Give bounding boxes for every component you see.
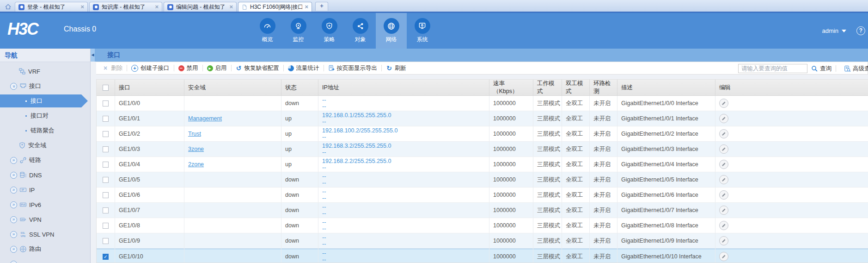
table-row[interactable]: GE1/0/9down----1000000三层模式全双工未开启GigabitE… [97,233,868,249]
new-tab-button[interactable]: + [315,2,328,11]
row-checkbox[interactable] [103,100,109,106]
row-checkbox[interactable] [103,146,109,152]
security-zone-link[interactable]: 3zone [188,146,204,152]
ipv6-address-link[interactable]: -- [322,149,326,156]
sidebar-item[interactable]: »DNS [0,168,90,182]
sidebar-item[interactable]: »路由 [0,242,90,257]
expand-icon[interactable]: » [10,216,17,223]
sidebar-item[interactable]: »VPNVPN [0,212,90,227]
expand-icon[interactable]: » [10,201,17,208]
expand-icon[interactable]: » [10,187,17,194]
expand-icon[interactable]: » [10,246,17,253]
row-checkbox[interactable]: ✓ [103,254,109,260]
edit-button[interactable] [719,206,728,215]
edit-button[interactable] [719,221,728,230]
row-checkbox[interactable] [103,177,109,183]
ip-address-link[interactable]: -- [322,219,326,225]
collapse-icon[interactable]: » [10,83,17,90]
row-checkbox[interactable] [103,207,109,213]
tab-close-icon[interactable]: × [80,4,84,10]
security-zone-link[interactable]: 2zone [188,161,204,168]
search-input[interactable] [738,64,807,73]
topnav-item[interactable]: 监控 [283,13,314,49]
topnav-item[interactable]: 概览 [252,13,283,49]
expand-icon[interactable]: » [10,172,17,179]
toolbar-button[interactable]: 按页面显示导出 [324,64,382,72]
ipv6-address-link[interactable]: -- [322,103,326,110]
ip-address-link[interactable]: -- [322,188,326,195]
sidebar-collapse-handle[interactable]: ◀ [91,49,95,62]
table-row[interactable]: GE1/0/5down----1000000三层模式全双工未开启GigabitE… [97,172,868,188]
delete-button[interactable]: ×删除 [98,64,127,72]
row-checkbox[interactable] [103,116,109,122]
advanced-query-button[interactable]: 高级查询 [844,65,868,73]
toolbar-button[interactable]: ↺恢复缺省配置 [232,64,283,72]
row-checkbox[interactable] [103,223,109,229]
security-zone-link[interactable]: Management [188,115,222,122]
topnav-item[interactable]: 网络 [376,13,407,49]
query-button[interactable]: 查询 [811,65,831,73]
ip-address-link[interactable]: -- [322,234,326,241]
edit-button[interactable] [719,129,728,138]
edit-button[interactable] [719,236,728,245]
table-row[interactable]: ✓GE1/0/10down----1000000三层模式全双工未开启Gigabi… [97,249,868,263]
row-checkbox[interactable] [103,162,109,168]
toolbar-button[interactable]: ↻刷新 [382,64,410,72]
table-row[interactable]: GE1/0/0down----1000000三层模式全双工未开启GigabitE… [97,96,868,111]
ipv6-address-link[interactable]: -- [322,119,326,125]
ipv6-address-link[interactable]: -- [322,134,326,140]
ip-address-link[interactable]: -- [322,250,326,257]
row-checkbox[interactable] [103,192,109,198]
home-icon[interactable] [3,2,13,11]
edit-button[interactable] [719,99,728,108]
ipv6-address-link[interactable]: -- [322,241,326,247]
tab-close-icon[interactable]: × [155,4,159,10]
table-row[interactable]: GE1/0/42zoneup192.168.2.2/255.255.255.0-… [97,157,868,172]
toolbar-button[interactable]: −禁用 [174,64,202,72]
edit-button[interactable] [719,160,728,169]
sidebar-item[interactable]: 接口 [0,94,90,108]
topnav-item[interactable]: 策略 [314,13,345,49]
browser-tab-active[interactable]: H3C F1060|网络|接口|接× [238,2,312,12]
table-row[interactable]: GE1/0/8down----1000000三层模式全双工未开启GigabitE… [97,218,868,233]
sidebar-item[interactable]: 安全域 [0,138,90,153]
table-row[interactable]: GE1/0/2Trustup192.168.100.2/255.255.255.… [97,126,868,142]
sidebar-item-partial[interactable]: » [0,257,90,263]
ip-address-link[interactable]: 192.168.0.1/255.255.255.0 [322,112,391,119]
ip-address-link[interactable]: 192.168.2.2/255.255.255.0 [322,158,391,164]
toolbar-button[interactable]: +创建子接口 [127,64,174,72]
browser-tab[interactable]: 知识库 - 根叔知了× [89,2,162,12]
table-row[interactable]: GE1/0/1Managementup192.168.0.1/255.255.2… [97,111,868,126]
tab-close-icon[interactable]: × [229,4,233,10]
sidebar-item[interactable]: »SSLVPNSSL VPN [0,227,90,242]
topnav-item[interactable]: 对象 [345,13,376,49]
sidebar-item[interactable]: 链路聚合 [0,123,90,138]
user-menu[interactable]: admin [822,27,846,34]
edit-button[interactable] [719,190,728,200]
sidebar-item[interactable]: »链路 [0,153,90,168]
table-row[interactable]: GE1/0/33zoneup192.168.3.2/255.255.255.0-… [97,142,868,157]
ip-address-link[interactable]: 192.168.100.2/255.255.255.0 [322,127,397,134]
edit-button[interactable] [719,114,728,123]
sidebar-item[interactable]: VRF [0,64,90,79]
expand-icon[interactable]: » [10,157,17,164]
topnav-item[interactable]: 系统 [407,13,438,49]
ip-address-link[interactable]: -- [322,173,326,180]
ip-address-link[interactable]: -- [322,204,326,210]
sidebar-item[interactable]: »IPv6IPv6 [0,197,90,212]
toolbar-button[interactable]: 流量统计 [284,64,324,72]
expand-icon[interactable]: » [10,231,17,238]
browser-tab[interactable]: 登录 - 根叔知了× [15,2,88,12]
edit-button[interactable] [719,252,728,261]
ipv6-address-link[interactable]: -- [322,180,326,186]
ipv6-address-link[interactable]: -- [322,164,326,171]
ipv6-address-link[interactable]: -- [322,257,326,263]
browser-tab[interactable]: 编辑问题 - 根叔知了× [164,2,237,12]
sidebar-item[interactable]: »IPIP [0,182,90,197]
toolbar-button[interactable]: ▶启用 [203,64,231,72]
row-checkbox[interactable] [103,238,109,244]
ip-address-link[interactable]: 192.168.3.2/255.255.255.0 [322,143,391,149]
security-zone-link[interactable]: Trust [188,131,201,137]
ipv6-address-link[interactable]: -- [322,210,326,217]
tab-close-icon[interactable]: × [305,4,308,10]
